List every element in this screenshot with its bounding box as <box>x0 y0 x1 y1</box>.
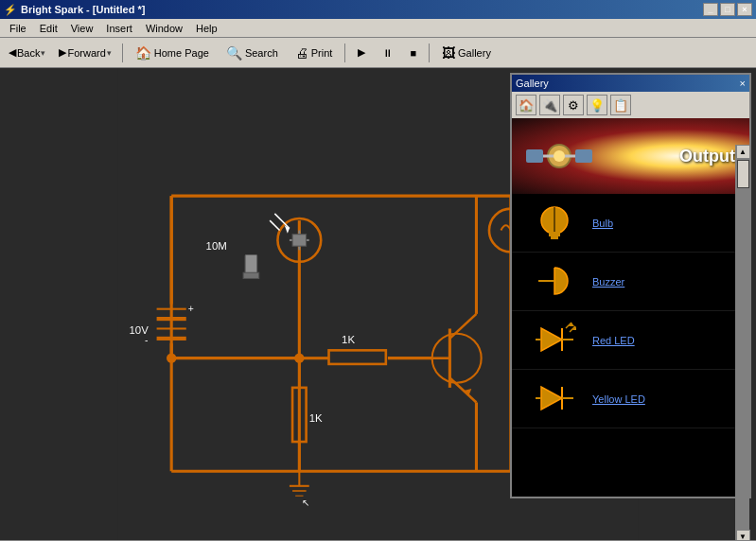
svg-text:10V: 10V <box>129 324 149 336</box>
gallery-button[interactable]: 🖼 Gallery <box>435 42 498 64</box>
bulb-svg <box>534 201 576 244</box>
scroll-down-button[interactable]: ▼ <box>736 530 750 540</box>
menu-bar: File Edit View Insert Window Help <box>0 19 756 38</box>
menu-insert[interactable]: Insert <box>100 21 138 36</box>
gallery-header-image: Output <box>512 118 749 194</box>
svg-text:1K: 1K <box>309 412 323 424</box>
gallery-plug-button[interactable]: 🔌 <box>539 95 560 115</box>
svg-rect-58 <box>549 232 560 236</box>
title-bar-controls[interactable]: _ □ × <box>703 3 752 16</box>
back-button[interactable]: ◀ Back ▾ <box>4 42 50 64</box>
gallery-header-decoration <box>521 123 597 189</box>
red-led-label: Red LED <box>592 335 635 346</box>
separator-1 <box>122 44 123 62</box>
circuit-canvas[interactable]: + - 10V 10M <box>0 68 756 540</box>
svg-text:+: + <box>188 304 194 314</box>
svg-point-55 <box>554 150 565 162</box>
search-button[interactable]: 🔍 Search <box>220 42 285 64</box>
yellow-led-label: Yellow LED <box>592 393 645 405</box>
back-dropdown-icon: ▾ <box>41 48 45 58</box>
pause-button[interactable]: ⏸ <box>376 42 399 64</box>
gallery-item-buzzer[interactable]: Buzzer <box>512 253 749 311</box>
gallery-header-label: Output <box>679 147 735 166</box>
gallery-item-red-led[interactable]: Red LED <box>512 311 749 370</box>
scroll-track[interactable] <box>736 159 749 530</box>
title-bar-left: ⚡ Bright Spark - [Untitled *] <box>4 4 145 16</box>
yellow-led-icon <box>526 377 583 420</box>
svg-rect-29 <box>292 235 307 246</box>
svg-text:10M: 10M <box>206 240 227 252</box>
title-bar: ⚡ Bright Spark - [Untitled *] _ □ × <box>0 0 756 19</box>
red-led-icon <box>526 319 583 361</box>
menu-file[interactable]: File <box>4 21 32 36</box>
back-arrow-icon: ◀ <box>9 46 16 59</box>
forward-button[interactable]: ▶ Forward ▾ <box>54 42 115 64</box>
gallery-item-yellow-led[interactable]: Yellow LED <box>512 370 749 428</box>
scroll-thumb[interactable] <box>737 160 749 188</box>
gallery-toolbar: 🏠 🔌 ⚙ 💡 📋 <box>512 92 749 118</box>
svg-rect-54 <box>575 149 592 163</box>
buzzer-icon <box>526 260 583 303</box>
gallery-scrollbar[interactable]: ▲ ▼ <box>735 145 749 540</box>
print-button[interactable]: 🖨 Print <box>289 42 340 64</box>
svg-text:1K: 1K <box>342 334 355 345</box>
gallery-clipboard-button[interactable]: 📋 <box>610 95 631 115</box>
separator-2 <box>344 44 345 62</box>
svg-rect-32 <box>243 272 259 278</box>
stop-button[interactable]: ■ <box>403 42 423 64</box>
gallery-bulb-button[interactable]: 💡 <box>587 95 607 115</box>
svg-text:↖: ↖ <box>302 497 309 508</box>
play-button[interactable]: ▶ <box>351 42 372 64</box>
play-icon: ▶ <box>358 46 365 59</box>
bulb-icon <box>526 201 583 244</box>
print-label: Print <box>311 47 333 59</box>
svg-rect-53 <box>526 149 543 163</box>
home-icon: 🏠 <box>135 45 151 61</box>
menu-view[interactable]: View <box>65 21 99 36</box>
maximize-button[interactable]: □ <box>720 3 735 16</box>
buzzer-svg <box>534 260 576 303</box>
menu-edit[interactable]: Edit <box>34 21 63 36</box>
gallery-home-button[interactable]: 🏠 <box>516 95 536 115</box>
gallery-label: Gallery <box>458 47 491 59</box>
bulb-label: Bulb <box>592 218 613 229</box>
svg-rect-59 <box>551 236 558 239</box>
gallery-close-button[interactable]: × <box>740 78 746 89</box>
minimize-button[interactable]: _ <box>703 3 718 16</box>
stop-icon: ■ <box>410 47 416 59</box>
gallery-items-area: Output Bulb <box>512 118 749 497</box>
menu-help[interactable]: Help <box>190 21 223 36</box>
home-page-button[interactable]: 🏠 Home Page <box>129 42 216 64</box>
gallery-title-bar: Gallery × <box>512 75 749 92</box>
separator-3 <box>429 44 430 62</box>
buzzer-label: Buzzer <box>592 276 624 288</box>
gallery-settings-button[interactable]: ⚙ <box>563 95 584 115</box>
red-led-svg <box>534 319 576 361</box>
home-label: Home Page <box>154 47 209 59</box>
search-label: Search <box>245 47 278 59</box>
app-icon: ⚡ <box>4 4 17 16</box>
back-label: Back <box>17 47 40 59</box>
svg-text:-: - <box>145 335 148 345</box>
search-icon: 🔍 <box>226 45 242 61</box>
svg-marker-69 <box>541 387 562 410</box>
app-title: Bright Spark - [Untitled *] <box>21 4 145 15</box>
forward-arrow-icon: ▶ <box>59 46 66 59</box>
gallery-item-bulb[interactable]: Bulb <box>512 194 749 253</box>
close-button[interactable]: × <box>737 3 752 16</box>
yellow-led-svg <box>534 377 576 420</box>
pause-icon: ⏸ <box>382 47 393 59</box>
print-icon: 🖨 <box>295 45 308 61</box>
toolbar: ◀ Back ▾ ▶ Forward ▾ 🏠 Home Page 🔍 Searc… <box>0 38 756 68</box>
scroll-up-button[interactable]: ▲ <box>736 145 750 159</box>
forward-label: Forward <box>67 47 105 59</box>
gallery-icon: 🖼 <box>442 45 455 61</box>
svg-marker-61 <box>541 328 562 351</box>
menu-window[interactable]: Window <box>140 21 188 36</box>
gallery-panel-title: Gallery <box>516 78 549 89</box>
main-area: + - 10V 10M <box>0 68 756 540</box>
forward-dropdown-icon: ▾ <box>107 48 112 58</box>
gallery-panel: Gallery × 🏠 🔌 ⚙ 💡 📋 <box>510 73 751 498</box>
